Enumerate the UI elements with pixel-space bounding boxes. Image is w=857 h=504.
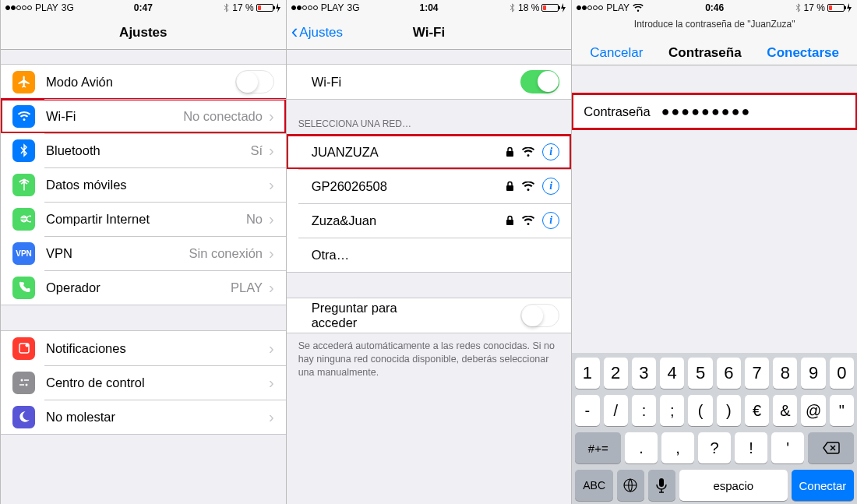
carrier-row[interactable]: Operador PLAY › [1, 270, 286, 305]
page-title: Contraseña [668, 45, 742, 61]
info-button[interactable]: i [542, 178, 559, 195]
network-type: 3G [62, 2, 74, 13]
battery-pct: 18 % [518, 2, 539, 13]
key-comma[interactable]: , [661, 432, 694, 463]
key-4[interactable]: 4 [660, 358, 684, 389]
key-rparen[interactable]: ) [717, 395, 741, 426]
wifi-toggle-group: Wi-Fi [287, 64, 572, 100]
status-bar: PLAY 0:46 17 % [572, 0, 857, 16]
wifi-signal-icon [522, 216, 534, 225]
network-row[interactable]: Zuza&Juan i [287, 203, 572, 238]
wifi-icon [12, 105, 35, 128]
key-apostrophe[interactable]: ' [771, 432, 804, 463]
key-quote[interactable]: " [830, 395, 854, 426]
vpn-row[interactable]: VPN VPN Sin conexión › [1, 236, 286, 270]
password-row[interactable]: Contraseña ●●●●●●●●● [572, 94, 857, 129]
signal-icon [5, 5, 32, 10]
key-lparen[interactable]: ( [688, 395, 712, 426]
wifi-value: No conectado [183, 109, 263, 124]
network-name: Zuza&Juan [312, 213, 506, 228]
key-amp[interactable]: & [773, 395, 797, 426]
cancel-button[interactable]: Cancelar [590, 45, 643, 61]
bluetooth-row[interactable]: Bluetooth Sí › [1, 133, 286, 167]
wifi-toggle-row[interactable]: Wi-Fi [287, 65, 572, 99]
page-title: Ajustes [119, 25, 167, 41]
svg-point-3 [25, 384, 27, 386]
key-question[interactable]: ? [698, 432, 731, 463]
nav-bar: Introduce la contraseña de "JuanZuza" Ca… [572, 16, 857, 65]
ask-footer: Se accederá automáticamente a las redes … [287, 333, 572, 379]
bluetooth-icon [12, 139, 35, 162]
key-space[interactable]: espacio [679, 470, 788, 501]
keyboard: 1 2 3 4 5 6 7 8 9 0 - / : ; ( ) € & @ " … [572, 353, 857, 504]
networks-header: SELECCIONA UNA RED… [287, 114, 572, 134]
ask-to-join-row[interactable]: Preguntar para acceder [287, 298, 572, 333]
control-center-icon [12, 372, 35, 394]
key-symbols[interactable]: #+= [575, 432, 621, 463]
airplane-icon [12, 71, 35, 93]
svg-point-2 [20, 379, 23, 382]
back-button[interactable]: ‹ Ajustes [291, 23, 343, 43]
key-2[interactable]: 2 [604, 358, 628, 389]
bluetooth-label: Bluetooth [46, 143, 101, 158]
key-backspace[interactable] [808, 432, 854, 463]
ask-switch[interactable] [520, 304, 559, 327]
key-1[interactable]: 1 [575, 358, 599, 389]
connect-button[interactable]: Conectarse [767, 45, 839, 61]
key-0[interactable]: 0 [830, 358, 854, 389]
key-dash[interactable]: - [575, 395, 599, 426]
page-title: Wi-Fi [413, 25, 445, 41]
airplane-switch[interactable] [235, 70, 274, 93]
svg-rect-5 [506, 185, 513, 191]
dnd-row[interactable]: No molestar › [1, 400, 286, 434]
key-euro[interactable]: € [745, 395, 769, 426]
key-at[interactable]: @ [801, 395, 825, 426]
key-exclaim[interactable]: ! [735, 432, 767, 463]
key-colon[interactable]: : [632, 395, 656, 426]
other-network-row[interactable]: Otra… [287, 238, 572, 272]
cellular-label: Datos móviles [46, 178, 127, 192]
key-abc[interactable]: ABC [575, 470, 613, 501]
cellular-row[interactable]: Datos móviles › [1, 167, 286, 202]
chevron-left-icon: ‹ [291, 21, 298, 41]
network-type: 3G [347, 2, 359, 13]
key-6[interactable]: 6 [717, 358, 741, 389]
network-row[interactable]: GP26026508 i [287, 169, 572, 203]
key-8[interactable]: 8 [773, 358, 797, 389]
chevron-right-icon: › [269, 176, 274, 194]
key-9[interactable]: 9 [801, 358, 825, 389]
status-time: 0:47 [134, 2, 153, 13]
key-connect[interactable]: Conectar [792, 470, 854, 501]
key-7[interactable]: 7 [745, 358, 769, 389]
key-period[interactable]: . [625, 432, 658, 463]
ask-group: Preguntar para acceder [287, 298, 572, 333]
svg-rect-4 [506, 151, 513, 157]
hotspot-row[interactable]: Compartir Internet No › [1, 202, 286, 236]
nav-bar: Ajustes [1, 16, 286, 50]
password-label: Contraseña [584, 104, 650, 119]
info-button[interactable]: i [542, 143, 559, 160]
info-button[interactable]: i [542, 212, 559, 229]
wifi-row[interactable]: Wi-Fi No conectado › [1, 99, 286, 133]
key-5[interactable]: 5 [688, 358, 712, 389]
lock-icon [506, 146, 514, 157]
wifi-switch[interactable] [520, 70, 559, 93]
dnd-label: No molestar [46, 410, 115, 425]
status-time: 0:46 [705, 2, 724, 13]
key-slash[interactable]: / [604, 395, 628, 426]
network-row[interactable]: JUANZUZA i [287, 135, 572, 169]
charging-icon [846, 3, 852, 12]
key-mic[interactable] [648, 470, 675, 501]
control-center-row[interactable]: Centro de control › [1, 365, 286, 400]
back-label: Ajustes [299, 25, 343, 41]
svg-rect-6 [506, 220, 513, 225]
key-semicolon[interactable]: ; [660, 395, 684, 426]
notifications-row[interactable]: Notificaciones › [1, 331, 286, 365]
key-3[interactable]: 3 [632, 358, 656, 389]
airplane-row[interactable]: Modo Avión [1, 65, 286, 99]
battery-icon [541, 4, 559, 12]
wifi-signal-icon [522, 182, 534, 191]
key-globe[interactable] [617, 470, 644, 501]
status-bar: PLAY 3G 0:47 17 % [1, 0, 286, 16]
chevron-right-icon: › [269, 374, 274, 392]
